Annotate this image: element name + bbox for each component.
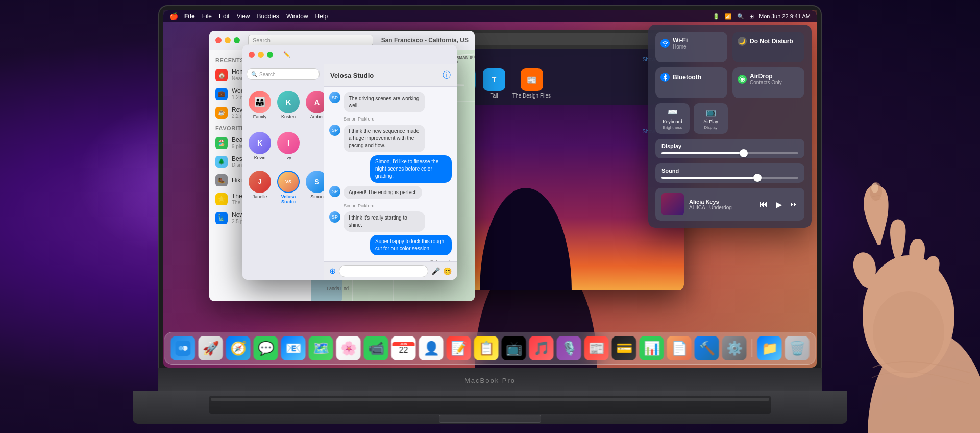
dock-finder[interactable]: [171, 336, 195, 360]
trackpad[interactable]: [439, 415, 541, 423]
maps-onething-icon: ⭐: [215, 193, 228, 205]
dock-messages[interactable]: 💬: [254, 336, 278, 360]
menu-window[interactable]: Window: [286, 13, 308, 20]
messages-search[interactable]: 🔍 Search: [247, 68, 320, 80]
messages-minimize[interactable]: [258, 52, 264, 58]
menu-messages[interactable]: File: [184, 13, 195, 20]
fav-tail[interactable]: T Tail: [483, 68, 505, 99]
messages-window[interactable]: ✏️ 🔍 Search 👨‍👩‍👧 Family: [242, 45, 457, 280]
cc-keyboard-brightness-tile[interactable]: ⌨️ Keyboard Brightness: [655, 103, 690, 134]
dock-mail[interactable]: 📧: [281, 336, 306, 360]
messages-maximize[interactable]: [267, 52, 273, 58]
dock-music[interactable]: 🎵: [529, 336, 554, 360]
dock-news[interactable]: 📰: [584, 336, 609, 360]
cc-top-row: Wi-Fi Home 🌙 Do Not Disturb: [655, 32, 804, 62]
contact-family[interactable]: 👨‍👩‍👧 Family: [246, 88, 274, 123]
cc-airdrop-tile[interactable]: AirDrop Contacts Only: [732, 67, 804, 98]
contact-janelle[interactable]: J Janelle: [246, 167, 274, 207]
chat-emoji-icon[interactable]: 😊: [443, 267, 452, 275]
chat-audio-icon[interactable]: 🎤: [431, 267, 440, 275]
dock-trash[interactable]: 🗑️: [785, 336, 810, 360]
chat-apps-icon[interactable]: ⊕: [329, 266, 336, 276]
menu-help[interactable]: Help: [315, 13, 328, 20]
cc-track-name: Alicia Keys: [689, 199, 754, 205]
maps-search-placeholder: Search: [253, 37, 271, 43]
cc-small-tiles-row: ⌨️ Keyboard Brightness 📺 AirPlay Display: [655, 103, 804, 134]
dock-numbers[interactable]: 📊: [640, 336, 664, 360]
cc-sound-label: Sound: [662, 167, 798, 174]
maps-search-bar[interactable]: Search: [248, 35, 373, 46]
apple-menu[interactable]: 🍎: [169, 12, 178, 20]
cc-airplay-tile[interactable]: 📺 AirPlay Display: [694, 103, 728, 134]
messages-chat-area: Velosa Studio ⓘ SP The driving scenes ar…: [324, 64, 457, 280]
contact-ivy[interactable]: I ♥ Ivy: [274, 129, 303, 163]
dock-maps[interactable]: 🗺️: [309, 336, 333, 360]
chat-bubble-6: Super happy to lock this rough cut for o…: [370, 235, 452, 255]
cc-sound-control: Sound: [655, 163, 804, 183]
dock-safari[interactable]: 🧭: [226, 336, 251, 360]
dock-appletv[interactable]: 📺: [502, 336, 526, 360]
contact-velosa[interactable]: VS Velosa Studio: [274, 167, 303, 207]
contact-kevin-avatar: K: [249, 132, 271, 154]
cc-sound-slider[interactable]: [662, 177, 798, 179]
contact-kevin[interactable]: K Kevin: [246, 129, 274, 163]
contact-placeholder: [303, 129, 321, 163]
map-label-tel: TELE...: [470, 55, 475, 59]
contact-family-avatar: 👨‍👩‍👧: [249, 91, 271, 113]
dock-reminders[interactable]: 📝: [447, 336, 471, 360]
cc-dnd-tile[interactable]: 🌙 Do Not Disturb: [732, 32, 804, 62]
macbook-pro-label: MacBook Pro: [464, 377, 516, 384]
chat-input-field[interactable]: [339, 265, 428, 277]
dock-pages[interactable]: 📄: [667, 336, 692, 360]
menu-buddies[interactable]: Buddies: [257, 13, 279, 20]
close-button[interactable]: [215, 37, 222, 43]
cc-wifi-tile[interactable]: Wi-Fi Home: [655, 32, 727, 62]
minimize-button[interactable]: [225, 37, 231, 43]
control-center[interactable]: Wi-Fi Home 🌙 Do Not Disturb: [648, 25, 812, 228]
dock-notes[interactable]: 📋: [474, 336, 499, 360]
chat-contact-name: Velosa Studio: [330, 71, 438, 79]
cc-sound-thumb[interactable]: [753, 174, 762, 182]
dock-calendar[interactable]: JUN 22: [391, 336, 416, 360]
chat-msg-6: Super happy to lock this rough cut for o…: [329, 235, 452, 255]
maps-beach-icon: 🏖️: [215, 137, 228, 149]
cc-bluetooth-label: Bluetooth: [673, 74, 701, 81]
dock-launchpad[interactable]: 🚀: [199, 336, 223, 360]
cc-airdrop-label: AirDrop: [750, 73, 782, 80]
menu-edit[interactable]: Edit: [219, 13, 230, 20]
menu-view[interactable]: View: [237, 13, 250, 20]
cc-prev-button[interactable]: ⏮: [760, 200, 768, 209]
dock-facetime[interactable]: 📹: [364, 336, 388, 360]
cc-display-thumb[interactable]: [740, 149, 748, 157]
messages-close[interactable]: [249, 52, 255, 58]
cc-next-button[interactable]: ⏭: [790, 200, 798, 209]
control-center-icon[interactable]: ⊞: [749, 13, 754, 20]
chat-bubble-2: I think the new sequence made a huge imp…: [344, 125, 425, 152]
dock-system-prefs[interactable]: ⚙️: [722, 336, 747, 360]
fav-design-files[interactable]: 📰 The Design Files: [512, 68, 551, 99]
chat-msg-4: SP Agreed! The ending is perfect!: [329, 186, 452, 199]
menu-file[interactable]: File: [202, 13, 212, 20]
dock-photos[interactable]: 🌸: [336, 336, 361, 360]
map-label-lands-end: Lands End: [327, 286, 349, 291]
dock-files[interactable]: 📁: [757, 336, 782, 360]
messages-compose-icon[interactable]: ✏️: [283, 51, 290, 58]
contact-kristen[interactable]: K Kristen: [274, 88, 303, 123]
contact-amber[interactable]: A Amber: [303, 88, 324, 123]
datetime: Mon Jun 22 9:41 AM: [759, 13, 811, 19]
dock-podcasts[interactable]: 🎙️: [557, 336, 581, 360]
messages-titlebar: ✏️: [242, 45, 457, 64]
cc-play-button[interactable]: ▶: [776, 200, 782, 209]
dock-contacts[interactable]: 👤: [419, 336, 444, 360]
maximize-button[interactable]: [234, 37, 240, 43]
cc-bluetooth-tile[interactable]: Bluetooth: [655, 67, 727, 98]
contact-simon[interactable]: S Simon: [303, 167, 324, 207]
menubar-right: 🔋 📶 🔍 ⊞ Mon Jun 22 9:41 AM: [713, 13, 811, 20]
dock-xcode[interactable]: 🔨: [695, 336, 719, 360]
dock-wallet[interactable]: 💳: [612, 336, 636, 360]
laptop-keyboard: [209, 396, 771, 414]
chat-info-button[interactable]: ⓘ: [443, 70, 451, 81]
cc-display-slider[interactable]: [662, 152, 798, 154]
calendar-month: JUN: [393, 342, 415, 346]
search-icon[interactable]: 🔍: [737, 13, 744, 20]
